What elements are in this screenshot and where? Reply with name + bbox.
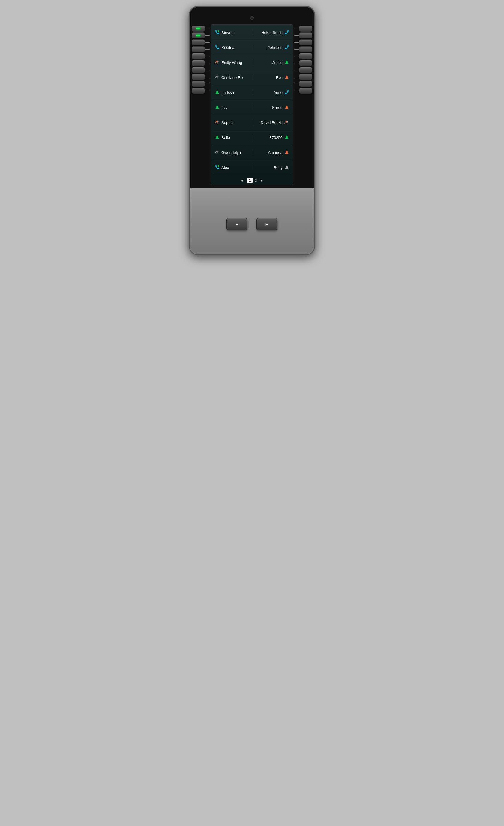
nav-right-button[interactable]: ► [256, 218, 277, 230]
prev-page-arrow[interactable]: ◄ [239, 178, 245, 183]
contact-left-6: Lvy [212, 105, 252, 110]
right-icon-5 [285, 90, 289, 96]
left-btn-3[interactable] [192, 39, 205, 45]
svg-point-9 [286, 106, 288, 107]
left-icon-4 [215, 75, 219, 80]
contact-right-2: Johnson [252, 45, 293, 50]
connector-6 [205, 63, 210, 63]
svg-point-0 [218, 30, 219, 32]
right-btn-10[interactable] [299, 87, 312, 94]
contact-row-6[interactable]: Lvy Karen [212, 100, 292, 115]
svg-point-5 [217, 76, 219, 77]
svg-point-17 [217, 151, 219, 152]
left-icon-10 [215, 165, 219, 170]
camera-area [190, 16, 314, 19]
right-connector-5 [294, 56, 299, 56]
left-btn-5[interactable] [192, 53, 205, 59]
nav-left-button[interactable]: ◄ [227, 218, 248, 230]
right-btn-6[interactable] [299, 60, 312, 66]
right-icon-1 [285, 30, 289, 36]
contact-row-4[interactable]: Cristiano Ro Eve [212, 70, 292, 85]
right-connector-8 [294, 77, 299, 77]
right-btn-7[interactable] [299, 67, 312, 73]
right-btn-2[interactable] [299, 33, 312, 39]
right-btn-4[interactable] [299, 46, 312, 52]
left-btn-2[interactable] [192, 33, 205, 39]
contact-left-1: Steven [212, 30, 252, 36]
current-page[interactable]: 1 [247, 178, 253, 183]
left-btn-row-9 [192, 81, 210, 87]
contact-list: Steven Helen Smith Kristina Johnson Emil… [211, 24, 293, 176]
left-btn-6[interactable] [192, 60, 205, 66]
left-btn-1[interactable] [192, 25, 205, 32]
right-connector-4 [294, 49, 299, 50]
contact-right-9: Amanda [252, 150, 293, 156]
left-btn-row-3 [192, 39, 210, 45]
right-btn-9[interactable] [299, 81, 312, 87]
device-bottom: ◄ ► [190, 188, 314, 254]
left-icon-5 [215, 90, 219, 96]
svg-point-16 [216, 151, 217, 152]
contact-right-8: 370256 [252, 135, 293, 140]
left-icon-7 [215, 120, 219, 125]
right-btn-5[interactable] [299, 53, 312, 59]
contact-left-4: Cristiano Ro [212, 75, 252, 80]
connector-4 [205, 49, 210, 50]
right-name-10: Betty [273, 165, 282, 170]
right-btn-8[interactable] [299, 74, 312, 80]
right-btn-row-7 [294, 67, 312, 73]
right-connector-2 [294, 36, 299, 36]
left-btn-9[interactable] [192, 81, 205, 87]
right-name-2: Johnson [268, 45, 282, 50]
pagination: ◄ 1 2 ► [211, 176, 293, 185]
right-btn-row-9 [294, 81, 312, 87]
svg-point-8 [216, 106, 218, 107]
next-page[interactable]: 2 [255, 179, 257, 182]
contact-left-3: Emily Wang [212, 60, 252, 65]
contact-right-7: David Beckh [252, 120, 293, 125]
left-btn-row-5 [192, 53, 210, 59]
contact-right-1: Helen Smith [252, 30, 293, 36]
svg-point-12 [286, 121, 287, 122]
left-name-6: Lvy [222, 105, 228, 110]
contact-row-1[interactable]: Steven Helen Smith [212, 25, 292, 40]
left-icon-8 [215, 135, 219, 140]
contact-row-10[interactable]: Alex Betty [212, 160, 292, 175]
right-btn-3[interactable] [299, 39, 312, 45]
svg-point-11 [217, 121, 219, 122]
nav-left-arrow-icon: ◄ [235, 222, 239, 227]
svg-point-2 [217, 61, 219, 62]
nav-right-arrow-icon: ► [265, 222, 269, 227]
left-btn-row-7 [192, 67, 210, 73]
right-btn-1[interactable] [299, 25, 312, 32]
left-name-9: Gwendolyn [222, 150, 241, 155]
svg-point-18 [286, 151, 288, 152]
contact-row-3[interactable]: Emily Wang Justin [212, 55, 292, 70]
contact-row-9[interactable]: Gwendolyn Amanda [212, 145, 292, 160]
left-btn-4[interactable] [192, 46, 205, 52]
svg-point-4 [216, 76, 217, 77]
right-name-6: Karen [272, 105, 282, 110]
contact-row-5[interactable]: Larissa Anne [212, 85, 292, 100]
left-btn-8[interactable] [192, 74, 205, 80]
right-connector-1 [294, 28, 299, 29]
left-name-7: Sophia [222, 120, 233, 125]
contact-row-8[interactable]: Bella 370256 [212, 130, 292, 145]
left-name-2: Kristina [222, 45, 234, 50]
contact-row-2[interactable]: Kristina Johnson [212, 40, 292, 55]
left-btn-7[interactable] [192, 67, 205, 73]
left-icon-3 [215, 60, 219, 65]
contact-left-9: Gwendolyn [212, 150, 252, 156]
svg-point-20 [286, 166, 288, 167]
contact-row-7[interactable]: Sophia David Beckh [212, 115, 292, 130]
left-btn-row-6 [192, 60, 210, 66]
right-name-7: David Beckh [261, 120, 282, 125]
right-name-8: 370256 [270, 135, 282, 140]
right-btn-row-8 [294, 74, 312, 80]
contact-right-4: Eve [252, 75, 293, 80]
left-name-10: Alex [222, 165, 229, 170]
left-btn-10[interactable] [192, 87, 205, 94]
contact-left-5: Larissa [212, 90, 252, 96]
device-top: Steven Helen Smith Kristina Johnson Emil… [190, 7, 314, 188]
next-page-arrow[interactable]: ► [259, 178, 265, 183]
